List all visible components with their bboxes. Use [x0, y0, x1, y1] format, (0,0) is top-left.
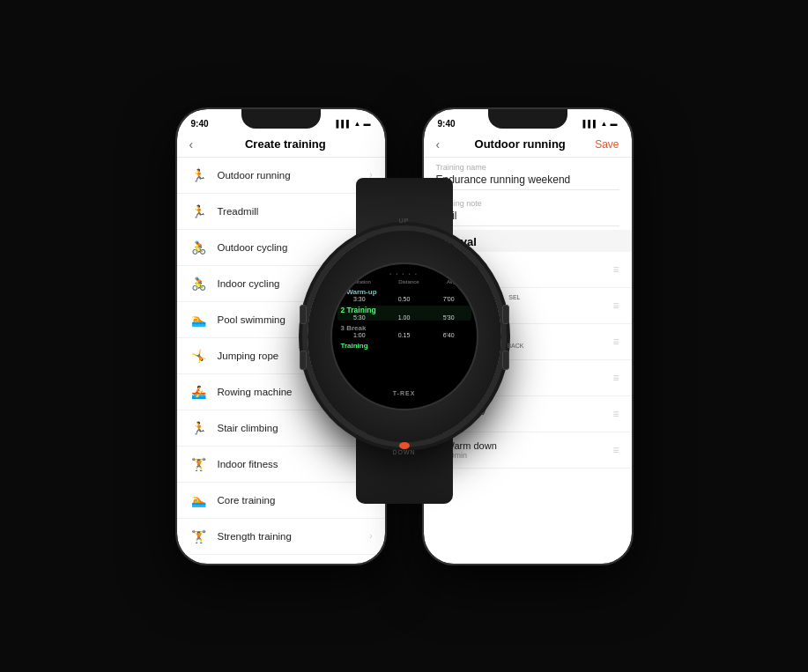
warmup-distance: 0.50 [391, 296, 416, 302]
training-distance: 1.00 [391, 314, 416, 321]
watch-button-up[interactable] [502, 305, 509, 324]
list-item-treadmill[interactable]: 🏃 Treadmill › [177, 194, 385, 230]
training-avg: 5'30 [436, 314, 461, 321]
warmup-duration: 3:30 [347, 296, 372, 302]
notch-left [241, 109, 321, 129]
break-label: 3 Break [341, 324, 471, 332]
watch-row-training: 2 Training 5:30 1.00 5'30 [337, 306, 471, 321]
signal-icon: ▌▌▌ [337, 120, 352, 128]
nav-bar-left: ‹ Create training [177, 134, 385, 158]
wifi-icon: ▲ [354, 120, 361, 128]
status-time-right: 9:40 [438, 119, 456, 129]
watch-screen: • • • • • Duration Distance Avg. 1 Warm-… [330, 262, 478, 410]
watch-label-down: DOWN [392, 449, 415, 455]
list-item-indoor-fitness[interactable]: 🏋 Indoor fitness › [177, 447, 385, 483]
list-item-strength-training[interactable]: 🏋 Strength training › [177, 519, 385, 555]
treadmill-label: Treadmill [218, 206, 370, 217]
list-item-core-training[interactable]: 🏊 Core training › [177, 483, 385, 519]
indoor-fitness-label: Indoor fitness [218, 459, 370, 469]
watch-column-headers: Duration Distance Avg. [337, 279, 471, 284]
status-icons-right: ▌▌▌ ▲ ▬ [583, 120, 618, 128]
recovery-handle-icon: ≡ [612, 408, 619, 420]
left-phone-title: Create training [198, 137, 372, 151]
watch-crown [399, 442, 410, 449]
watch-label-up: UP [399, 218, 410, 224]
watch-label-back: BACK [507, 343, 523, 349]
warmdown-info: Warm down 10min [446, 440, 613, 460]
outdoor-running-icon: 🏃 [189, 166, 209, 185]
break-avg: 6'40 [436, 332, 461, 338]
battery-icon-right: ▬ [611, 120, 618, 128]
rest-handle-icon: ≡ [612, 336, 619, 348]
back-button-right[interactable]: ‹ [436, 137, 441, 151]
col-duration: Duration [351, 279, 371, 284]
training-handle-icon: ≡ [612, 299, 619, 312]
pool-swimming-icon: 🏊 [189, 310, 209, 329]
save-button[interactable]: Save [595, 138, 619, 151]
warmup-data: 3:30 0.50 7'00 [337, 296, 471, 302]
list-item-outdoor-running[interactable]: 🏃 Outdoor running › [177, 158, 385, 194]
signal-icon-right: ▌▌▌ [583, 120, 598, 128]
jumping-rope-icon: 🤸 [189, 346, 209, 366]
watch-dots: • • • • • [337, 271, 471, 277]
rowing-machine-icon: 🚣 [189, 382, 209, 402]
strength-training-icon: 🏋 [189, 527, 209, 546]
warmup-label: 1 Warm-up [341, 288, 471, 296]
watch-row-training2: Training [337, 342, 471, 350]
warmup-avg: 7'00 [436, 296, 461, 302]
watch-button-back[interactable] [300, 351, 307, 370]
scene: 9:40 ▌▌▌ ▲ ▬ ‹ Create training 🏃 Outdoor… [0, 0, 808, 672]
training-duration: 5:30 [347, 314, 372, 321]
watch: UP DOWN SEL BACK • • • • • Duration Dist… [308, 231, 501, 442]
back-button-left[interactable]: ‹ [189, 137, 194, 151]
core-training-label: Core training [218, 495, 370, 506]
training-note-section: Training note April [424, 194, 632, 230]
watch-button-sel[interactable] [300, 305, 307, 324]
training-data: 5:30 1.00 5'30 [337, 314, 471, 321]
break-data: 1:00 0.15 6'40 [337, 332, 471, 338]
training2-handle-icon: ≡ [612, 372, 619, 384]
watch-body: UP DOWN SEL BACK • • • • • Duration Dist… [308, 231, 501, 442]
outdoor-cycling-icon: 🚴 [189, 238, 209, 257]
core-training-icon: 🏊 [189, 491, 209, 510]
training-name-input[interactable]: Endurance running weekend [436, 174, 619, 190]
break-distance: 0.15 [391, 332, 416, 338]
indoor-cycling-icon: 🚴 [189, 274, 209, 293]
chevron-icon: › [369, 531, 372, 541]
col-distance: Distance [398, 279, 419, 284]
break-duration: 1:00 [347, 332, 372, 338]
watch-row-break: 3 Break 1:00 0.15 6'40 [337, 324, 471, 338]
warmup-handle-icon: ≡ [612, 263, 619, 276]
watch-button-down[interactable] [502, 351, 509, 370]
notch-right [488, 109, 567, 129]
watch-screen-inner: • • • • • Duration Distance Avg. 1 Warm-… [332, 264, 477, 409]
watch-label-sel: SEL [508, 294, 520, 300]
warmdown-handle-icon: ≡ [612, 444, 619, 456]
status-icons-left: ▌▌▌ ▲ ▬ [337, 120, 371, 128]
training2-label: Training [341, 342, 471, 350]
training-note-label: Training note [436, 199, 619, 208]
warmdown-detail: 10min [446, 451, 613, 460]
training-name-label: Training name [436, 163, 619, 172]
wifi-icon-right: ▲ [601, 120, 608, 128]
training-label: 2 Training [341, 306, 471, 314]
status-time-left: 9:40 [191, 119, 209, 129]
stair-climbing-icon: 🏃 [189, 418, 209, 438]
outdoor-running-label: Outdoor running [218, 170, 370, 181]
nav-bar-right: ‹ Outdoor running Save [424, 134, 632, 158]
training-name-section: Training name Endurance running weekend [424, 158, 632, 194]
treadmill-icon: 🏃 [189, 202, 209, 221]
col-avg: Avg. [447, 279, 457, 284]
strength-training-label: Strength training [218, 531, 370, 542]
battery-icon: ▬ [364, 120, 371, 128]
indoor-fitness-icon: 🏋 [189, 454, 209, 474]
watch-row-warmup: 1 Warm-up 3:30 0.50 7'00 [337, 288, 471, 302]
training-note-input[interactable]: April [436, 210, 619, 226]
watch-logo: T-REX [393, 390, 416, 396]
right-phone-title: Outdoor running [445, 137, 595, 151]
